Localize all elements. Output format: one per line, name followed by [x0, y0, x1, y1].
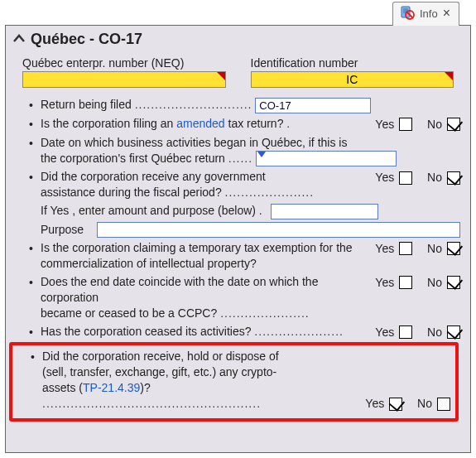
enddate-no-checkbox[interactable] [447, 276, 460, 289]
amended-yes-checkbox[interactable] [399, 118, 412, 131]
no-label: No [417, 396, 432, 412]
leader-dots: . [286, 117, 291, 130]
enddate-a: Does the end date coincide with the date… [41, 275, 318, 304]
form-panel: Québec - CO-17 Québec enterpr. number (N… [5, 25, 471, 453]
no-label: No [427, 117, 442, 133]
document-deny-icon [400, 6, 415, 21]
chevron-up-icon [12, 31, 26, 48]
yes-label: Yes [375, 170, 394, 186]
yes-label: Yes [375, 241, 394, 257]
purpose-label: Purpose [41, 222, 90, 238]
ipexempt-yes-checkbox[interactable] [399, 242, 412, 255]
neq-label: Québec enterpr. number (NEQ) [22, 56, 226, 70]
leader-dots: ...................... [225, 186, 315, 199]
bullet-icon: • [29, 240, 41, 257]
ceased-label: Has the corporation ceased its activitie… [41, 325, 251, 338]
crypto-yes-checkbox[interactable] [389, 398, 402, 411]
idnum-label: Identification number [251, 56, 454, 70]
enddate-b: became or ceased to be a CCPC? [41, 306, 217, 320]
yes-label: Yes [375, 325, 394, 340]
section-header[interactable]: Québec - CO-17 [6, 26, 470, 51]
yes-label: Yes [375, 117, 394, 133]
date-label-a: Date on which business activities began … [41, 136, 347, 149]
amount-input[interactable] [271, 204, 378, 219]
section-title: Québec - CO-17 [31, 31, 142, 48]
enddate-yes-checkbox[interactable] [399, 276, 412, 289]
yes-label: Yes [365, 396, 384, 412]
info-tab[interactable]: Info × [392, 2, 459, 26]
amended-text-post: tax return? [225, 117, 284, 130]
return-type-input[interactable]: CO-17 [255, 98, 371, 113]
date-input[interactable] [256, 151, 397, 166]
amended-text-pre: Is the corporation filing an [41, 117, 176, 130]
no-label: No [427, 325, 442, 340]
bullet-icon: • [29, 169, 41, 186]
bullet-icon: • [29, 135, 41, 152]
ceased-no-checkbox[interactable] [447, 325, 460, 339]
govassist-no-checkbox[interactable] [447, 171, 460, 185]
required-marker-icon [217, 72, 225, 80]
crypto-c-post: )? [140, 381, 150, 394]
crypto-a: Did the corporation receive, hold or dis… [42, 350, 279, 363]
no-label: No [427, 275, 442, 291]
idnum-input[interactable]: IC [251, 71, 454, 88]
date-label-b: the corporation's first Québec return [41, 152, 225, 165]
leader-dots: ...................... [220, 306, 310, 320]
govassist-b: assistance during the fiscal period? [41, 186, 222, 199]
no-label: No [427, 170, 442, 186]
idnum-value: IC [346, 73, 358, 86]
amended-no-checkbox[interactable] [447, 118, 460, 131]
return-label: Return being filed [41, 98, 132, 111]
purpose-input[interactable] [97, 222, 460, 238]
govassist-a: Did the corporation receive any governme… [41, 170, 266, 183]
bullet-icon: • [29, 324, 41, 340]
crypto-form-link[interactable]: TP-21.4.39 [83, 381, 140, 394]
close-icon[interactable]: × [443, 7, 450, 20]
no-label: No [427, 241, 442, 257]
leader-dots: ........................................… [42, 397, 261, 410]
ipexempt-a: Is the corporation claiming a temporary … [41, 241, 353, 254]
govassist-yes-checkbox[interactable] [399, 171, 412, 185]
leader-dots: ...................... [254, 325, 344, 338]
ceased-yes-checkbox[interactable] [399, 325, 412, 339]
ifyes-label: If Yes , enter amount and purpose (below… [41, 204, 262, 217]
neq-input[interactable] [22, 71, 226, 88]
crypto-c-pre: assets ( [42, 381, 83, 394]
leader-dots: ............................. [135, 98, 252, 111]
ipexempt-no-checkbox[interactable] [447, 242, 460, 255]
crypto-highlight: • Did the corporation receive, hold or d… [9, 342, 459, 422]
bullet-icon: • [29, 274, 41, 291]
ipexempt-b: commercialization of intellectual proper… [41, 257, 257, 270]
bullet-icon: • [31, 349, 42, 365]
bullet-icon: • [29, 116, 41, 133]
amended-link[interactable]: amended [176, 117, 224, 130]
leader-dots: ...... [228, 152, 252, 165]
crypto-b: (sell, transfer, exchange, gift, etc.) a… [42, 365, 276, 378]
bullet-icon: • [29, 97, 41, 113]
tab-label: Info [420, 7, 438, 20]
tab-bar: Info × [392, 2, 459, 26]
required-marker-icon [445, 72, 453, 80]
crypto-no-checkbox[interactable] [437, 398, 450, 411]
dropdown-marker-icon[interactable] [257, 152, 266, 157]
yes-label: Yes [375, 275, 394, 291]
